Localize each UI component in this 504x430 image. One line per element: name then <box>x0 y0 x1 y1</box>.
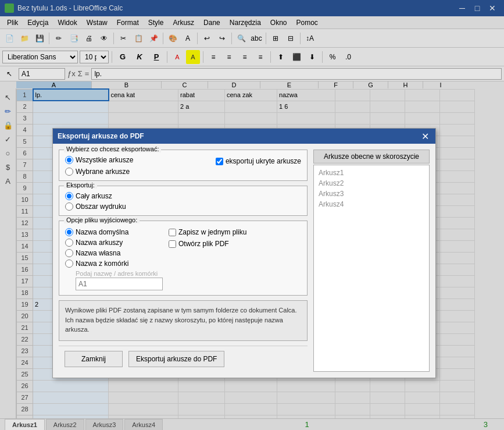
export-choice-label: Wybierz co chcesz eksportować: <box>64 145 161 152</box>
open-pdf-checkbox[interactable] <box>169 240 176 248</box>
export-type-group: Eksportuj: Cały arkusz Obszar wydruku <box>59 186 308 216</box>
cancel-button[interactable]: Zamknij <box>65 351 123 367</box>
dialog-close-button[interactable]: ✕ <box>419 130 431 142</box>
sheets-list: Arkusz1Arkusz2Arkusz3Arkusz4 <box>313 165 430 372</box>
output-options-label: Opcje pliku wyjściowego: <box>64 216 140 223</box>
export-type-label: Eksportuj: <box>64 182 97 189</box>
full-sheet-radio[interactable] <box>65 192 73 200</box>
custom-name-radio-label[interactable]: Nazwa własna <box>65 249 163 257</box>
right-panel-header: Arkusze obecne w skoroszycie <box>313 150 430 164</box>
dialog-title: Eksportuj arkusze do PDF <box>58 132 419 140</box>
export-choice-content: Wszystkie arkusze Wybrane arkusze ekspor… <box>65 156 301 176</box>
hidden-sheets-checkbox[interactable] <box>216 158 223 165</box>
dialog-right-panel: Arkusze obecne w skoroszycie Arkusz1Arku… <box>313 150 430 372</box>
sheet-list-item-4[interactable]: Arkusz4 <box>316 199 427 209</box>
print-area-label: Obszar wydruku <box>76 202 126 211</box>
output-left: Nazwa domyślna Nazwa arkuszy Nazwa własn… <box>65 228 163 290</box>
info-box: Wynikowe pliki PDF zostaną zapisane w ty… <box>59 300 308 341</box>
cell-name-placeholder: Podaj nazwę / adres komórki <box>76 270 163 277</box>
info-text: Wynikowe pliki PDF zostaną zapisane w ty… <box>65 307 297 333</box>
save-single-checkbox-label[interactable]: Zapisz w jednym pliku <box>169 228 246 236</box>
custom-name-label: Nazwa własna <box>76 249 120 257</box>
dialog-overlay: Eksportuj arkusze do PDF ✕ Wybierz co ch… <box>0 0 504 430</box>
output-options-content: Nazwa domyślna Nazwa arkuszy Nazwa własn… <box>65 228 301 290</box>
dialog-footer: Zamknij Eksportuj arkusze do PDF <box>59 346 308 372</box>
print-area-radio[interactable] <box>65 202 73 211</box>
default-name-label: Nazwa domyślna <box>76 228 128 236</box>
export-pdf-dialog: Eksportuj arkusze do PDF ✕ Wybierz co ch… <box>52 128 436 378</box>
all-sheets-radio-label[interactable]: Wszystkie arkusze <box>65 156 133 164</box>
sheet-name-radio[interactable] <box>65 239 73 247</box>
open-pdf-label: Otwórz plik PDF <box>178 240 229 248</box>
cell-input-area: Podaj nazwę / adres komórki <box>76 270 163 290</box>
full-sheet-radio-label[interactable]: Cały arkusz <box>65 192 301 200</box>
default-name-radio[interactable] <box>65 228 73 236</box>
sheet-name-radio-label[interactable]: Nazwa arkuszy <box>65 239 163 247</box>
cell-name-radio-label[interactable]: Nazwa z komórki <box>65 260 163 268</box>
cell-name-input[interactable] <box>76 278 163 290</box>
sheet-list-item-2[interactable]: Arkusz2 <box>316 178 427 189</box>
all-sheets-radio[interactable] <box>65 156 73 164</box>
sheet-list-item-3[interactable]: Arkusz3 <box>316 189 427 199</box>
save-single-checkbox[interactable] <box>169 229 176 236</box>
default-name-radio-label[interactable]: Nazwa domyślna <box>65 228 163 236</box>
dialog-left-panel: Wybierz co chcesz eksportować: Wszystkie… <box>59 150 308 372</box>
hidden-sheets-label: eksportuj ukryte arkusze <box>226 157 301 165</box>
selected-sheets-radio[interactable] <box>65 168 73 176</box>
selected-sheets-radio-label[interactable]: Wybrane arkusze <box>65 168 133 176</box>
print-area-radio-label[interactable]: Obszar wydruku <box>65 202 301 211</box>
export-type-content: Cały arkusz Obszar wydruku <box>65 192 301 211</box>
cell-name-radio[interactable] <box>65 260 73 268</box>
hidden-sheets-checkbox-label[interactable]: eksportuj ukryte arkusze <box>216 157 301 165</box>
output-options-group: Opcje pliku wyjściowego: Nazwa domyślna … <box>59 221 308 296</box>
all-sheets-label: Wszystkie arkusze <box>76 156 133 164</box>
export-button[interactable]: Eksportuj arkusze do PDF <box>128 351 224 367</box>
cell-name-label: Nazwa z komórki <box>76 260 128 268</box>
dialog-title-bar: Eksportuj arkusze do PDF ✕ <box>53 129 435 144</box>
full-sheet-label: Cały arkusz <box>76 192 112 200</box>
dialog-body: Wybierz co chcesz eksportować: Wszystkie… <box>53 144 435 378</box>
sheet-name-label: Nazwa arkuszy <box>76 239 123 247</box>
custom-name-radio[interactable] <box>65 249 73 257</box>
export-choice-group: Wybierz co chcesz eksportować: Wszystkie… <box>59 150 308 181</box>
save-single-label: Zapisz w jednym pliku <box>178 228 246 236</box>
output-right: Zapisz w jednym pliku Otwórz plik PDF <box>169 228 246 290</box>
selected-sheets-label: Wybrane arkusze <box>76 168 130 176</box>
sheet-list-item-1[interactable]: Arkusz1 <box>316 168 427 178</box>
open-pdf-checkbox-label[interactable]: Otwórz plik PDF <box>169 240 246 248</box>
